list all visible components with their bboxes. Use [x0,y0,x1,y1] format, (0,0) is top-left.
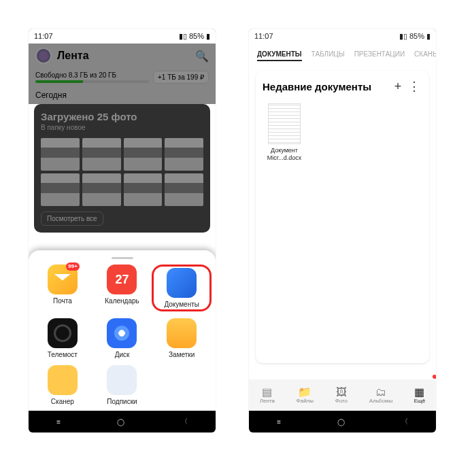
search-icon[interactable]: 🔍 [195,50,209,63]
nav-home-icon[interactable]: ◯ [337,418,345,426]
app-calendar[interactable]: 27 Календарь [92,265,152,311]
notes-icon [167,318,197,348]
nav-back-icon[interactable]: 〈 [401,417,408,426]
app-label: Подписки [92,398,152,405]
status-time: 11:07 [34,32,53,40]
document-name-line2: Micr...d.docx [263,154,306,162]
recent-title: Недавние документы [263,81,390,92]
app-label: Почта [33,297,92,305]
albums-icon: 🗂 [369,387,392,398]
app-documents-highlighted[interactable]: Документы [152,265,212,311]
mail-icon: 99+ [48,265,78,294]
bottom-nav: ▤Лента 📁Файлы 🖼Фото 🗂Альбомы ▦Ещё [249,379,436,411]
document-item[interactable]: Документ Micr...d.docx [263,103,306,162]
app-label: Календарь [92,297,152,305]
tab-tables[interactable]: ТАБЛИЦЫ [311,50,345,61]
avatar[interactable] [35,48,52,64]
app-disk[interactable]: Диск [92,318,152,358]
android-navbar: ≡ ◯ 〈 [29,411,216,432]
upload-title: Загружено 25 фото [41,111,203,122]
storage-row: Свободно 8.3 ГБ из 20 ГБ +1 ТБ за 199 ₽ [29,68,216,86]
calendar-icon: 27 [107,265,137,294]
document-thumb-icon [268,103,301,144]
feed-header: Лента 🔍 [29,44,216,68]
recent-documents-card: Недавние документы + ⋮ Документ Micr...d… [256,71,429,363]
subscriptions-icon [107,365,137,395]
status-right: ▮▯ 85% ▮ [399,32,431,41]
telemost-icon [48,318,78,348]
nav-recent-icon[interactable]: ≡ [56,418,61,426]
scanner-icon [48,365,78,395]
photo-icon: 🖼 [335,387,348,398]
app-telemost[interactable]: Телемост [33,318,92,358]
app-label: Заметки [152,351,212,358]
nav-more[interactable]: ▦Ещё [414,387,425,404]
app-scanner[interactable]: Сканер [33,365,92,405]
nav-recent-icon[interactable]: ≡ [277,418,281,426]
more-icon[interactable]: ⋮ [406,79,422,94]
documents-icon [167,268,197,298]
tab-presentations[interactable]: ПРЕЗЕНТАЦИИ [354,50,405,61]
status-right: ▮▯ 85% ▮ [179,32,210,41]
feed-icon: ▤ [260,387,275,398]
thumbnail-grid [41,138,203,206]
page-title: Лента [57,50,190,62]
folder-icon: 📁 [297,387,314,398]
app-label: Документы [155,301,208,308]
app-notes[interactable]: Заметки [152,318,212,358]
tab-scans[interactable]: СКАНЫ [414,50,436,61]
nav-files[interactable]: 📁Файлы [297,387,314,404]
storage-bar: Свободно 8.3 ГБ из 20 ГБ [35,71,149,83]
tab-row: ДОКУМЕНТЫ ТАБЛИЦЫ ПРЕЗЕНТАЦИИ СКАНЫ [249,44,436,67]
nav-albums[interactable]: 🗂Альбомы [369,387,392,404]
mail-badge: 99+ [66,262,80,271]
view-all-button[interactable]: Посмотреть все [41,211,103,226]
add-button[interactable]: + [390,80,406,94]
nav-feed[interactable]: ▤Лента [260,387,275,404]
upload-subtitle: В папку новое [41,124,203,131]
status-bar: 11:07 ▮▯ 85% ▮ [249,29,436,44]
app-subscriptions[interactable]: Подписки [92,365,152,405]
phone-right-screenshot: 11:07 ▮▯ 85% ▮ ДОКУМЕНТЫ ТАБЛИЦЫ ПРЕЗЕНТ… [249,29,436,432]
disk-icon [107,318,137,348]
signal-icon: ▮▯ [179,32,187,41]
storage-text: Свободно 8.3 ГБ из 20 ГБ [35,71,149,79]
android-navbar: ≡ ◯ 〈 [249,411,436,432]
bonus-button[interactable]: +1 ТБ за 199 ₽ [153,71,209,84]
battery-icon: ▮ [426,32,431,41]
nav-home-icon[interactable]: ◯ [117,418,124,426]
upload-card[interactable]: Загружено 25 фото В папку новое Посмотре… [34,104,210,233]
battery-text: 85% [409,32,424,40]
sheet-handle[interactable] [112,257,133,259]
bottom-sheet: 99+ Почта 27 Календарь Документы Телемос… [29,250,216,411]
more-grid-icon: ▦ [414,387,425,398]
app-label: Сканер [33,398,92,405]
signal-icon: ▮▯ [399,32,407,41]
status-time: 11:07 [254,32,273,40]
today-label: Сегодня [29,86,216,104]
nav-photo[interactable]: 🖼Фото [335,387,348,404]
recent-header: Недавние документы + ⋮ [263,79,422,94]
app-label: Диск [92,351,152,358]
battery-text: 85% [189,32,204,40]
nav-back-icon[interactable]: 〈 [181,417,188,426]
phone-left-screenshot: 11:07 ▮▯ 85% ▮ Лента 🔍 Свободно 8.3 ГБ и… [29,29,216,432]
app-label: Телемост [33,351,92,358]
battery-icon: ▮ [206,32,210,41]
status-bar: 11:07 ▮▯ 85% ▮ [29,29,216,44]
document-name-line1: Документ [263,147,306,154]
tab-documents[interactable]: ДОКУМЕНТЫ [257,50,302,61]
app-grid: 99+ Почта 27 Календарь Документы Телемос… [33,265,212,405]
app-mail[interactable]: 99+ Почта [33,265,92,311]
